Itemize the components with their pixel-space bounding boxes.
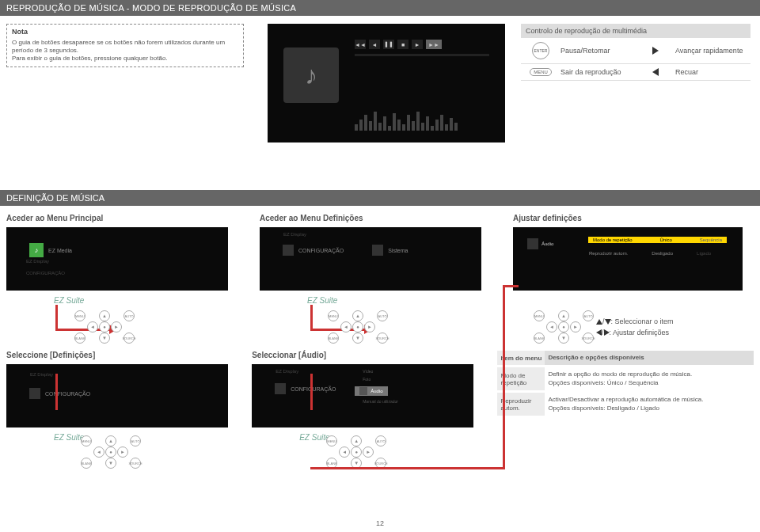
sistema-icon xyxy=(372,245,383,256)
ez-suite-label: EZ Suite xyxy=(307,296,337,305)
ctrl-arrow-label: Recuar xyxy=(675,68,750,76)
select-definicoes-screenshot: EZ Display CONFIGURAÇÃO xyxy=(6,364,228,428)
config-label: CONFIGURAÇÃO xyxy=(26,271,65,276)
ez-suite-label: EZ Suite xyxy=(54,296,84,305)
modo-rep-label: Modo de repetição xyxy=(593,238,633,242)
config-label: CONFIGURAÇÃO xyxy=(45,391,90,397)
config-icon xyxy=(275,383,286,394)
player-screenshot: ♪ ◄◄ ◄ ❚❚ ■ ► ►► xyxy=(268,24,505,142)
desc-text: Definir a opção do modo de reprodução de… xyxy=(548,370,750,378)
red-connector xyxy=(503,285,519,287)
red-connector xyxy=(503,285,505,469)
ez-suite-label: EZ Suite xyxy=(54,433,84,442)
ez-display-label: EZ Display xyxy=(26,259,49,264)
prev-icon: ◄◄ xyxy=(355,40,366,49)
description-table: Item do menu Descrição e opções disponív… xyxy=(497,351,754,418)
note-box: Nota O guia de botões desaparece se os b… xyxy=(6,24,244,67)
next-icon: ►► xyxy=(426,40,442,49)
right-icon xyxy=(604,329,610,336)
down-icon xyxy=(605,319,611,325)
enter-button-icon: ENTER xyxy=(532,42,549,59)
note-line2: Para exibir o guia de botões, pressione … xyxy=(12,55,238,63)
dpad-icon: ▲ ◄ ● ► ▼ MENU AUTO BLANK SOURCE xyxy=(538,317,590,348)
bottom-col1-title: Seleccione [Definições] xyxy=(6,351,239,359)
table-row: Modo de repetição Definir a opção do mod… xyxy=(497,367,754,393)
transport-controls: ◄◄ ◄ ❚❚ ■ ► ►► xyxy=(355,40,442,49)
manual-label: Manual do utilizador xyxy=(363,399,398,404)
arrow-left-icon xyxy=(652,68,659,76)
desc-opts: Opções disponíveis: Único / Sequência xyxy=(548,379,750,387)
audio-label: Áudio xyxy=(542,241,553,246)
arrow-right-icon xyxy=(652,47,659,55)
adjust-settings-screenshot: Áudio Modo de repetiçãoÚnicoSequência Re… xyxy=(513,227,743,291)
select-audio-screenshot: EZ Display CONFIGURAÇÃO Vídeo Foto Áudio… xyxy=(252,364,473,428)
table-row: ENTER Pausa/Retomar Avançar rapidamente xyxy=(521,38,750,64)
settings-menu-screenshot: EZ Display CONFIGURAÇÃOSistema xyxy=(260,227,481,291)
desc-text: Activar/Desactivar a reprodução automáti… xyxy=(548,396,750,404)
rew-icon: ◄ xyxy=(369,40,380,49)
stop-icon: ■ xyxy=(397,40,408,49)
menu-button-icon: MENU xyxy=(530,68,552,76)
equalizer-icon xyxy=(355,112,458,131)
ez-display-label: EZ Display xyxy=(283,232,306,237)
legend: /: Seleccionar o item /: Ajustar definiç… xyxy=(596,317,674,338)
desligado-label: Desligado xyxy=(652,251,673,256)
config-icon xyxy=(29,388,40,399)
table-row: Reproduzir autom. Activar/Desactivar a r… xyxy=(497,393,754,418)
bottom-col2-title: Seleccionar [Áudio] xyxy=(252,351,484,359)
foto-label: Foto xyxy=(363,377,370,382)
control-table-header: Controlo de reprodução de multimédia xyxy=(521,24,750,38)
sistema-label: Sistema xyxy=(388,248,408,253)
config-label: CONFIGURAÇÃO xyxy=(298,248,344,253)
ctrl-label: Pausa/Retomar xyxy=(560,47,636,55)
col3-title: Ajustar definições xyxy=(513,214,754,222)
ez-display-label: EZ Display xyxy=(30,372,53,377)
red-connector xyxy=(310,467,504,469)
audio-label: Áudio xyxy=(370,389,382,393)
repr-autom-label: Reproduzir autom. xyxy=(589,251,628,256)
config-icon xyxy=(283,245,294,256)
table-row: MENU Sair da reprodução Recuar xyxy=(521,64,750,81)
up-icon xyxy=(596,319,602,325)
ez-display-label: EZ Display xyxy=(276,369,298,374)
unico-label: Único xyxy=(660,238,672,242)
ligado-label: Ligado xyxy=(697,251,711,256)
video-label: Vídeo xyxy=(363,369,373,374)
config-label: CONFIGURAÇÃO xyxy=(291,386,336,392)
ez-suite-label: EZ Suite xyxy=(299,433,329,442)
dpad-icon: ▲ ◄ ● ► ▼ MENU AUTO BLANK SOURCE xyxy=(86,442,137,473)
legend-adjust: : Ajustar definições xyxy=(610,329,670,336)
ez-media-label: EZ Media xyxy=(48,248,72,253)
ctrl-arrow-label: Avançar rapidamente xyxy=(675,47,750,55)
audio-icon xyxy=(527,238,538,249)
seq-label: Sequência xyxy=(700,238,722,242)
control-table: Controlo de reprodução de multimédia ENT… xyxy=(521,24,750,81)
pause-icon: ❚❚ xyxy=(383,40,394,49)
main-menu-screenshot: ♪EZ Media EZ Display CONFIGURAÇÃO xyxy=(6,227,228,291)
page-title: REPRODUÇÃO DE MÚSICA - MODO DE REPRODUÇÃ… xyxy=(0,0,760,16)
desc-opts: Opções disponíveis: Desligado / Ligado xyxy=(548,405,750,412)
section-title: DEFINIÇÃO DE MÚSICA xyxy=(0,190,760,206)
progress-bar xyxy=(355,54,489,56)
note-heading: Nota xyxy=(12,28,238,37)
music-note-icon: ♪ xyxy=(283,48,339,103)
note-line1: O guia de botões desaparece se os botões… xyxy=(12,39,238,55)
ez-media-icon: ♪ xyxy=(29,243,44,257)
fwd-icon: ► xyxy=(412,40,423,49)
col2-title: Aceder ao Menu Definições xyxy=(260,214,500,222)
page-number: 12 xyxy=(0,519,760,527)
dpad-icon: ▲ ◄ ● ► ▼ MENU AUTO BLANK SOURCE xyxy=(332,317,384,348)
audio-icon xyxy=(359,387,367,395)
legend-select: : Seleccionar o item xyxy=(611,317,674,325)
red-connector xyxy=(310,374,313,410)
ctrl-label: Sair da reprodução xyxy=(560,68,636,76)
left-icon xyxy=(596,329,602,336)
dpad-icon: ▲ ◄ ● ► ▼ MENU AUTO BLANK SOURCE xyxy=(79,317,131,348)
desc-header2: Descrição e opções disponíveis xyxy=(545,351,754,365)
red-connector xyxy=(55,374,58,410)
col1-title: Aceder ao Menu Principal xyxy=(6,214,247,222)
audio-highlight: Áudio xyxy=(355,386,387,396)
